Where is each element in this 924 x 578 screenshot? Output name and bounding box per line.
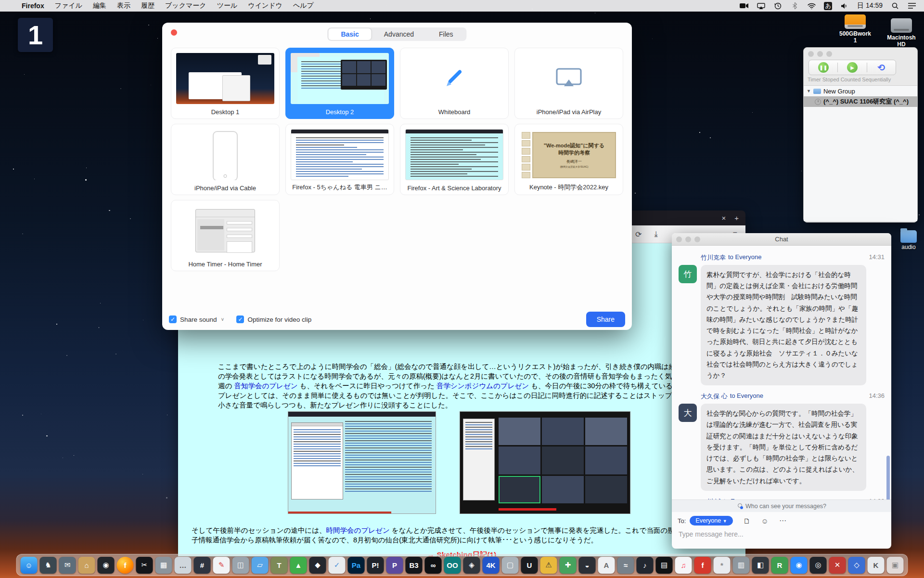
dock-icon-app[interactable]: ▤	[656, 557, 673, 574]
disclosure-triangle-icon[interactable]: ▼	[807, 89, 811, 93]
menu-tools[interactable]: ツール	[212, 1, 243, 10]
link-ongaku-symposium[interactable]: 音学シンポジウムのプレゼン	[436, 382, 529, 390]
dock-icon-app[interactable]: ✓	[329, 557, 346, 574]
menu-clock[interactable]: 日 14:59	[857, 1, 883, 10]
optimize-video-checkbox[interactable]: ✓ Optimize for video clip	[236, 315, 311, 323]
download-icon[interactable]: ⤓	[654, 230, 657, 238]
link-jikangakkai-presen[interactable]: 時間学会のプレゼン	[326, 526, 390, 534]
dock-icon-folder[interactable]: ▱	[252, 557, 269, 574]
menu-history[interactable]: 履歴	[136, 1, 160, 10]
chat-header[interactable]: Chat	[672, 233, 891, 246]
dock-icon-app[interactable]: K	[868, 557, 885, 574]
share-sound-checkbox[interactable]: ✓ Share sound ˅	[169, 315, 224, 323]
menu-bookmarks[interactable]: ブックマーク	[160, 1, 212, 10]
chevron-down-icon[interactable]: ˅	[221, 317, 224, 322]
dock-icon-app[interactable]: …	[175, 557, 192, 574]
share-source-firefox-5ch[interactable]: Firefox - 5ちゃんねる 電車男 ニ…	[285, 124, 394, 195]
dock-icon-app[interactable]: ◉	[98, 557, 115, 574]
link-onchi-presen[interactable]: 音知学会のプレゼン	[234, 382, 297, 390]
volume-icon[interactable]	[840, 2, 849, 10]
share-source-home-timer[interactable]: Home Timer - Home Timer	[171, 200, 280, 271]
emoji-icon[interactable]: ☺	[761, 517, 769, 525]
dock-icon-app[interactable]: ▢	[502, 557, 519, 574]
dock-icon-app[interactable]: ∞	[425, 557, 442, 574]
dock-icon-app[interactable]: ▦	[155, 557, 172, 574]
new-tab-icon[interactable]: +	[734, 214, 739, 222]
share-source-desktop-1[interactable]: Desktop 1	[171, 48, 280, 119]
tab-advanced[interactable]: Advanced	[372, 28, 426, 40]
tab-files[interactable]: Files	[426, 28, 466, 40]
dock-icon-app[interactable]: R	[771, 557, 788, 574]
dock-icon-app[interactable]: *	[714, 557, 731, 574]
menu-app-name[interactable]: Firefox	[16, 2, 50, 10]
dock-icon-app[interactable]: ▲	[290, 557, 307, 574]
dock-icon-app[interactable]: Pa	[348, 557, 365, 574]
dock-icon-app[interactable]: ♪	[637, 557, 654, 574]
dock-icon-app[interactable]: B3	[406, 557, 423, 574]
dock-icon-firefox[interactable]: f	[117, 557, 134, 574]
dock-icon-app[interactable]: f	[694, 557, 711, 574]
dock-icon-app[interactable]: ◆	[309, 557, 326, 574]
desktop-drive-macintosh-hd[interactable]: Macintosh HD	[885, 18, 918, 48]
close-button[interactable]	[171, 29, 177, 36]
dock-icon-app[interactable]: ⌂	[78, 557, 95, 574]
menu-window[interactable]: ウインドウ	[243, 1, 288, 10]
share-source-whiteboard[interactable]: Whiteboard	[400, 48, 509, 119]
wifi-icon[interactable]	[807, 2, 816, 10]
reload-icon[interactable]: ⟳	[635, 230, 642, 239]
dock-icon-app[interactable]: ◒	[579, 557, 596, 574]
dock-icon-app[interactable]: ◇	[848, 557, 865, 574]
dock-icon-app[interactable]: ◎	[810, 557, 827, 574]
window-controls[interactable]	[804, 48, 917, 57]
share-source-iphone-cable[interactable]: iPhone/iPad via Cable	[171, 124, 280, 195]
share-source-keynote[interactable]: "We-mode認知"に関する 時間学的考察 長嶋洋一 (静岡文化芸術大学/SU…	[514, 124, 623, 195]
dock-icon-unity[interactable]: U	[521, 557, 538, 574]
input-method-icon[interactable]: あ	[824, 2, 832, 10]
tab-basic[interactable]: Basic	[328, 28, 371, 40]
menu-help[interactable]: ヘルプ	[288, 1, 319, 10]
notification-list-icon[interactable]	[908, 2, 916, 10]
dock-icon-app[interactable]: ⚠	[540, 557, 557, 574]
dock-icon-app[interactable]: ◈	[463, 557, 480, 574]
dock-icon-app[interactable]: ◫	[232, 557, 249, 574]
dock-icon-zoom[interactable]: ◉	[791, 557, 808, 574]
dock-icon-app[interactable]: ✎	[213, 557, 230, 574]
share-source-firefox-art-science[interactable]: Firefox - Art & Science Laboratory	[400, 124, 509, 195]
dock-icon-app[interactable]: ✚	[560, 557, 577, 574]
dock-icon-trash[interactable]: ▣	[887, 557, 904, 574]
menu-view[interactable]: 表示	[112, 1, 136, 10]
repeat-icon[interactable]: ⟲	[867, 60, 896, 75]
video-camera-icon[interactable]	[740, 2, 748, 10]
privacy-banner[interactable]: Who can see your messages?	[672, 499, 891, 512]
share-source-airplay[interactable]: iPhone/iPad via AirPlay	[514, 48, 623, 119]
dock-icon-app[interactable]: ♫	[675, 557, 692, 574]
timer-item-row[interactable]: (^_^) SUAC 1106研究室 (^_^)	[804, 96, 917, 107]
play-button[interactable]: ▶	[838, 60, 866, 75]
time-machine-icon[interactable]	[773, 2, 782, 10]
dock-icon-app[interactable]: ≈	[617, 557, 634, 574]
airplay-icon[interactable]	[757, 2, 765, 10]
dock-icon-finder[interactable]: ☺	[21, 557, 38, 574]
share-source-desktop-2-selected[interactable]: Desktop 2	[285, 48, 394, 119]
desktop-drive-500gbwork[interactable]: 500GBwork 1	[838, 14, 872, 44]
pause-button[interactable]: ❚❚	[809, 60, 837, 75]
dock-icon-app[interactable]: P!	[367, 557, 384, 574]
dock-icon-app[interactable]: 4K	[483, 557, 500, 574]
dock-icon-app[interactable]: T	[271, 557, 288, 574]
share-button[interactable]: Share	[586, 312, 625, 327]
close-tab-icon[interactable]: ×	[721, 214, 726, 222]
dock-icon-app[interactable]: ◧	[752, 557, 769, 574]
dock-icon-app[interactable]: ▥	[733, 557, 750, 574]
dock-icon-app[interactable]: ✂	[136, 557, 153, 574]
recipient-dropdown[interactable]: Everyone ▼	[690, 516, 732, 525]
more-icon[interactable]: ⋯	[779, 516, 786, 525]
dock-icon-app[interactable]: OO	[444, 557, 461, 574]
spotlight-search-icon[interactable]	[891, 2, 899, 10]
menu-file[interactable]: ファイル	[50, 1, 88, 10]
scrollbar-thumb[interactable]	[886, 456, 890, 499]
desktop-folder-audio[interactable]: audio	[896, 230, 921, 250]
message-input[interactable]: Type message here...	[672, 529, 891, 549]
dock-icon-app[interactable]: ✉	[59, 557, 76, 574]
dock-icon-app[interactable]: A	[598, 557, 615, 574]
bluetooth-icon[interactable]	[790, 2, 799, 10]
